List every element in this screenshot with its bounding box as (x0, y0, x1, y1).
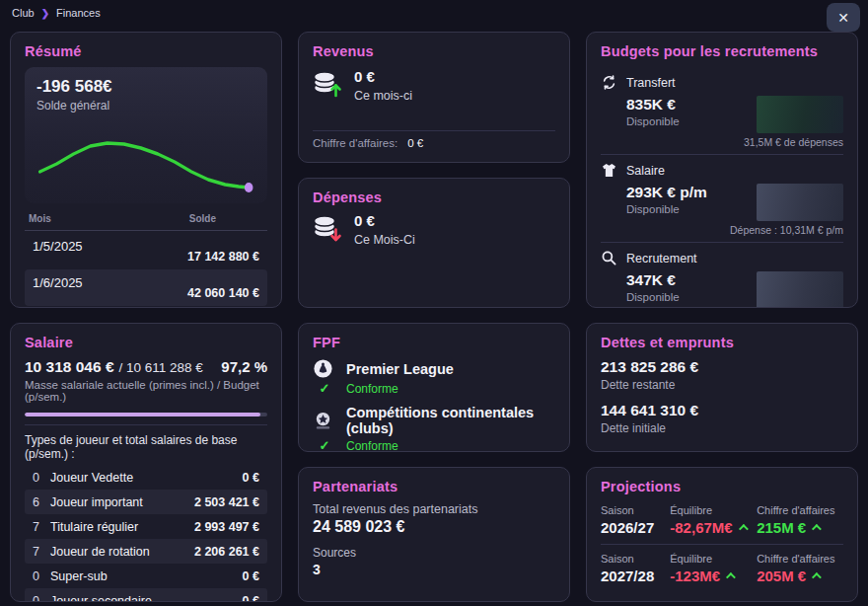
wages-title: Salaire (25, 335, 267, 350)
col-mois: Mois (29, 213, 51, 224)
wage-progress-track (25, 413, 267, 417)
income-footer: Chiffre d'affaires: 0 € (313, 122, 555, 151)
trend-up-icon (812, 524, 822, 534)
debt-remaining-label: Dette restante (601, 378, 843, 392)
ffp-item: Premier League ✓ Conforme (313, 358, 555, 396)
balance-sparkline-line (39, 143, 249, 188)
partnerships-title: Partenariats (313, 479, 555, 494)
turnover-value: 205M € (757, 568, 806, 584)
season-value: 2026/27 (601, 519, 670, 536)
projection-row: Saison 2026/27 Équilibre -82,67M€ Chiffr… (601, 502, 843, 544)
season-label: Saison (601, 504, 670, 516)
ffp-title: FPF (313, 335, 555, 350)
turnover-label: Chiffre d'affaires (757, 504, 843, 516)
resume-card[interactable]: Résumé -196 568€ Solde général Mois Sold… (10, 32, 282, 308)
income-amount: 0 € (354, 69, 412, 86)
ffp-competition: Compétitions continentales (clubs) (346, 405, 555, 436)
expenditure-period: Ce Mois-Ci (354, 233, 415, 247)
budget-item-transfer: Transfert 835K € Disponible 31,5M € de d… (601, 67, 843, 154)
check-icon: ✓ (313, 381, 336, 396)
list-item: 7Titulaire régulier2 993 497 € (25, 514, 267, 539)
row-month: 1/5/2025 (33, 233, 83, 254)
debts-card[interactable]: Dettes et emprunts 213 825 286 € Dette r… (586, 323, 858, 452)
partnerships-total-label: Total revenus des partenariats (313, 502, 555, 516)
debt-remaining-value: 213 825 286 € (601, 358, 843, 376)
breadcrumb: Club ❯ Finances (0, 0, 868, 26)
budget-item-scouting: Recrutement 347K € Disponible Dépenses :… (601, 242, 843, 308)
shirt-icon (601, 162, 617, 179)
debt-initial-value: 144 641 310 € (601, 402, 843, 419)
turnover-label: Chiffre d'affaires (757, 553, 843, 565)
wage-list-title: Types de joueur et total salaires de bas… (25, 433, 267, 461)
ffp-competition: Premier League (346, 361, 555, 377)
list-item: 7Joueur de rotation2 206 261 € (25, 539, 267, 564)
sparkline-endpoint-dot (245, 183, 253, 192)
col-solde: Solde (189, 213, 216, 224)
list-item: 0Joueur Vedette0 € (25, 465, 267, 490)
expenditure-title: Dépenses (313, 189, 555, 205)
transfer-spend-chart (757, 96, 843, 133)
budget-note: Dépense : 10,31M € p/m (730, 224, 843, 236)
ffp-card[interactable]: FPF Premier League ✓ Conforme Compétitio… (298, 323, 570, 452)
recruitment-budgets-card[interactable]: Budgets pour les recrutements Transfert … (586, 32, 858, 308)
row-month: 1/6/2025 (33, 269, 83, 290)
balance-label: Équilibre (670, 553, 757, 565)
partnerships-card[interactable]: Partenariats Total revenus des partenari… (298, 467, 570, 602)
row-balance: 42 060 140 € (187, 286, 259, 306)
budget-label: Transfert (626, 76, 676, 90)
expenditure-card[interactable]: Dépenses 0 € Ce Mois-Ci (298, 178, 570, 308)
chevron-right-icon: ❯ (41, 7, 49, 18)
resume-title: Résumé (25, 43, 267, 59)
budget-amount: 347K € (626, 271, 680, 289)
wages-card[interactable]: Salaire 10 318 046 € / 10 611 288 € 97,2… (10, 323, 282, 602)
budget-label: Recrutement (626, 252, 697, 265)
check-icon: ✓ (313, 438, 336, 452)
projection-row: Saison 2027/28 Équilibre -123M€ Chiffre … (601, 544, 843, 592)
budget-note: 31,5M € de dépenses (744, 136, 843, 148)
budgets-title: Budgets pour les recrutements (601, 43, 843, 59)
finances-grid: Résumé -196 568€ Solde général Mois Sold… (0, 26, 868, 602)
projections-card[interactable]: Projections Saison 2026/27 Équilibre -82… (586, 467, 858, 602)
scouting-spend-chart (757, 271, 843, 308)
income-card[interactable]: Revenus 0 € Ce mois-ci (298, 32, 570, 163)
table-row[interactable]: 1/6/2025 42 060 140 € (25, 269, 267, 306)
partnerships-sources-label: Sources (313, 546, 555, 560)
budget-amount: 835K € (626, 96, 680, 114)
season-label: Saison (601, 553, 670, 565)
list-item: 6Joueur important2 503 421 € (25, 490, 267, 514)
left-column: Résumé -196 568€ Solde général Mois Sold… (10, 32, 282, 602)
balance-label: Solde général (36, 99, 255, 113)
breadcrumb-club[interactable]: Club (12, 7, 35, 19)
table-row[interactable]: 1/5/2025 17 142 880 € (25, 233, 267, 269)
trend-up-icon (812, 572, 822, 582)
projections-title: Projections (601, 479, 843, 494)
balance-sparkline (36, 114, 255, 199)
balance-panel: -196 568€ Solde général (25, 67, 267, 203)
wage-percent: 97,2 % (221, 358, 267, 375)
debt-initial-label: Dette initiale (601, 421, 843, 435)
search-icon (601, 250, 617, 266)
income-title: Revenus (313, 43, 555, 59)
partnerships-total-value: 24 589 023 € (313, 518, 555, 536)
trend-up-icon (739, 524, 749, 534)
partnerships-sources-value: 3 (313, 562, 555, 577)
expenditure-amount: 0 € (354, 213, 415, 230)
list-item: 0Joueur secondaire0 € (25, 588, 267, 602)
budget-available-label: Disponible (626, 115, 680, 127)
coins-down-icon (313, 213, 342, 243)
balance-amount: -196 568€ (36, 77, 255, 97)
breadcrumb-finances[interactable]: Finances (56, 7, 101, 19)
wage-spend-chart (757, 184, 843, 221)
continental-competition-icon (313, 411, 333, 431)
budget-item-wage: Salaire 293K € p/m Disponible Dépense : … (601, 154, 843, 242)
row-balance: 17 142 880 € (187, 250, 259, 269)
wage-budget: / 10 611 288 € (119, 360, 203, 375)
wage-progress-fill (25, 413, 260, 417)
balance-value: -123M€ (670, 568, 720, 584)
ffp-status: Conforme (346, 439, 555, 453)
budget-available-label: Disponible (626, 203, 707, 215)
budget-amount: 293K € p/m (626, 184, 707, 201)
middle-column: Revenus 0 € Ce mois-ci (298, 32, 570, 602)
budget-label: Salaire (626, 164, 665, 178)
wage-current: 10 318 046 € (25, 358, 114, 376)
